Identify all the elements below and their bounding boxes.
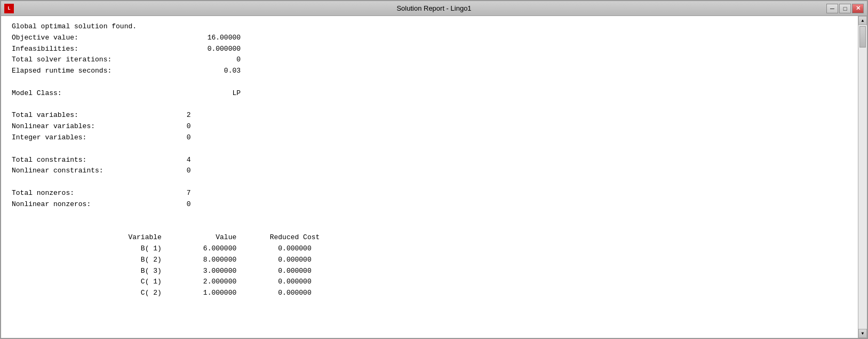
scroll-down-button[interactable]: ▼ — [858, 329, 867, 338]
scroll-thumb[interactable] — [859, 26, 866, 48]
scroll-up-button[interactable]: ▲ — [858, 16, 867, 25]
app-icon: L — [4, 4, 14, 13]
maximize-button[interactable]: □ — [839, 4, 851, 13]
scrollbar[interactable]: ▲ ▼ — [858, 16, 867, 338]
close-button[interactable]: ✕ — [852, 4, 864, 13]
scroll-track — [858, 25, 867, 329]
title-bar: L Solution Report - Lingo1 ─ □ ✕ — [1, 1, 867, 16]
content-area: Global optimal solution found. Objective… — [1, 16, 867, 338]
main-window: L Solution Report - Lingo1 ─ □ ✕ Global … — [0, 0, 868, 339]
main-content: Global optimal solution found. Objective… — [1, 16, 858, 338]
title-bar-left: L — [4, 4, 14, 13]
minimize-button[interactable]: ─ — [826, 4, 838, 13]
report-text: Global optimal solution found. Objective… — [12, 21, 847, 299]
title-bar-controls: ─ □ ✕ — [826, 4, 864, 13]
window-title: Solution Report - Lingo1 — [396, 4, 471, 12]
